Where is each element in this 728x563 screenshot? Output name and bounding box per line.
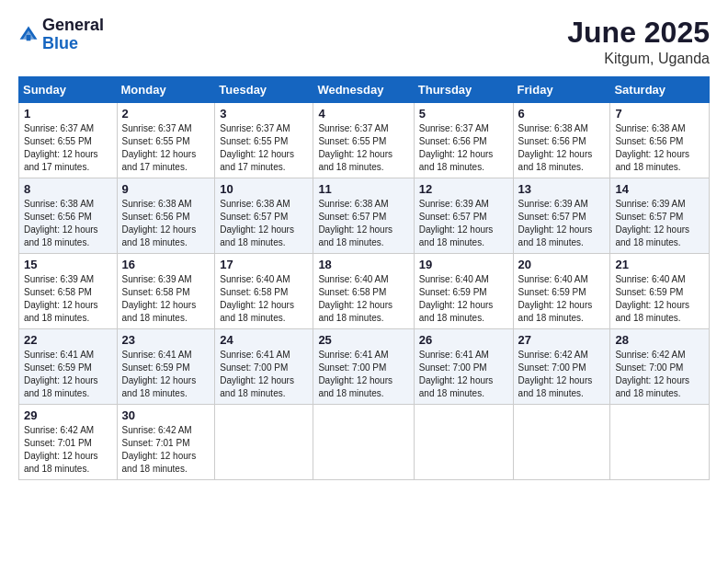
calendar-cell: 19 Sunrise: 6:40 AMSunset: 6:59 PMDaylig…	[414, 254, 513, 329]
week-row-5: 29 Sunrise: 6:42 AMSunset: 7:01 PMDaylig…	[19, 405, 710, 480]
calendar-cell: 10 Sunrise: 6:38 AMSunset: 6:57 PMDaylig…	[215, 178, 313, 254]
day-number: 21	[615, 258, 704, 271]
day-info: Sunrise: 6:37 AMSunset: 6:55 PMDaylight:…	[220, 123, 294, 172]
day-info: Sunrise: 6:40 AMSunset: 6:58 PMDaylight:…	[220, 274, 294, 323]
day-number: 8	[24, 182, 112, 196]
day-number: 25	[318, 333, 408, 347]
logo: General Blue	[18, 17, 104, 53]
week-row-1: 1 Sunrise: 6:37 AMSunset: 6:55 PMDayligh…	[19, 103, 710, 178]
day-number: 19	[419, 258, 508, 271]
calendar-cell: 2 Sunrise: 6:37 AMSunset: 6:55 PMDayligh…	[117, 103, 215, 178]
col-header-tuesday: Tuesday	[215, 77, 313, 103]
day-info: Sunrise: 6:40 AMSunset: 6:59 PMDaylight:…	[518, 274, 593, 323]
day-info: Sunrise: 6:38 AMSunset: 6:57 PMDaylight:…	[220, 199, 294, 247]
day-number: 27	[518, 333, 606, 347]
calendar-cell: 27 Sunrise: 6:42 AMSunset: 7:00 PMDaylig…	[513, 329, 610, 405]
day-number: 30	[122, 408, 210, 422]
day-info: Sunrise: 6:37 AMSunset: 6:55 PMDaylight:…	[318, 123, 392, 172]
day-info: Sunrise: 6:42 AMSunset: 7:01 PMDaylight:…	[122, 425, 197, 474]
calendar-cell: 1 Sunrise: 6:37 AMSunset: 6:55 PMDayligh…	[19, 103, 118, 178]
svg-rect-2	[27, 35, 31, 40]
day-number: 4	[318, 107, 408, 121]
day-info: Sunrise: 6:38 AMSunset: 6:56 PMDaylight:…	[518, 123, 593, 172]
day-info: Sunrise: 6:38 AMSunset: 6:57 PMDaylight:…	[318, 199, 392, 247]
day-info: Sunrise: 6:41 AMSunset: 7:00 PMDaylight:…	[220, 350, 294, 398]
day-number: 13	[518, 182, 606, 196]
day-info: Sunrise: 6:39 AMSunset: 6:58 PMDaylight:…	[24, 274, 98, 323]
day-number: 15	[24, 258, 112, 271]
day-info: Sunrise: 6:41 AMSunset: 6:59 PMDaylight:…	[24, 350, 98, 398]
day-number: 3	[220, 107, 308, 121]
calendar-cell: 21 Sunrise: 6:40 AMSunset: 6:59 PMDaylig…	[610, 254, 710, 329]
day-number: 14	[615, 182, 704, 196]
title-block: June 2025 Kitgum, Uganda	[567, 17, 710, 67]
calendar-cell: 13 Sunrise: 6:39 AMSunset: 6:57 PMDaylig…	[513, 178, 610, 254]
calendar-cell: 5 Sunrise: 6:37 AMSunset: 6:56 PMDayligh…	[414, 103, 513, 178]
day-number: 24	[220, 333, 308, 347]
calendar-cell: 14 Sunrise: 6:39 AMSunset: 6:57 PMDaylig…	[610, 178, 710, 254]
calendar-cell: 11 Sunrise: 6:38 AMSunset: 6:57 PMDaylig…	[313, 178, 414, 254]
calendar-cell	[610, 405, 710, 480]
calendar-cell: 12 Sunrise: 6:39 AMSunset: 6:57 PMDaylig…	[414, 178, 513, 254]
page: General Blue June 2025 Kitgum, Uganda Su…	[0, 0, 728, 563]
week-row-2: 8 Sunrise: 6:38 AMSunset: 6:56 PMDayligh…	[19, 178, 710, 254]
day-info: Sunrise: 6:41 AMSunset: 6:59 PMDaylight:…	[122, 350, 197, 398]
calendar-cell: 3 Sunrise: 6:37 AMSunset: 6:55 PMDayligh…	[215, 103, 313, 178]
day-number: 5	[419, 107, 508, 121]
calendar-header-row: SundayMondayTuesdayWednesdayThursdayFrid…	[19, 77, 710, 103]
calendar-cell: 30 Sunrise: 6:42 AMSunset: 7:01 PMDaylig…	[117, 405, 215, 480]
day-number: 12	[419, 182, 508, 196]
calendar-cell: 9 Sunrise: 6:38 AMSunset: 6:56 PMDayligh…	[117, 178, 215, 254]
day-info: Sunrise: 6:42 AMSunset: 7:00 PMDaylight:…	[615, 350, 689, 398]
day-number: 10	[220, 182, 308, 196]
logo-general: General	[42, 16, 104, 34]
day-number: 17	[220, 258, 308, 271]
calendar-cell: 22 Sunrise: 6:41 AMSunset: 6:59 PMDaylig…	[19, 329, 118, 405]
header: General Blue June 2025 Kitgum, Uganda	[18, 17, 710, 67]
calendar-cell	[414, 405, 513, 480]
calendar: SundayMondayTuesdayWednesdayThursdayFrid…	[18, 76, 710, 480]
calendar-cell: 16 Sunrise: 6:39 AMSunset: 6:58 PMDaylig…	[117, 254, 215, 329]
location: Kitgum, Uganda	[567, 51, 710, 67]
day-number: 2	[122, 107, 210, 121]
day-info: Sunrise: 6:37 AMSunset: 6:55 PMDaylight:…	[24, 123, 98, 172]
day-info: Sunrise: 6:38 AMSunset: 6:56 PMDaylight:…	[122, 199, 197, 247]
day-number: 18	[318, 258, 408, 271]
day-info: Sunrise: 6:42 AMSunset: 7:00 PMDaylight:…	[518, 350, 593, 398]
day-info: Sunrise: 6:41 AMSunset: 7:00 PMDaylight:…	[419, 350, 494, 398]
col-header-thursday: Thursday	[414, 77, 513, 103]
day-number: 22	[24, 333, 112, 347]
day-info: Sunrise: 6:37 AMSunset: 6:55 PMDaylight:…	[122, 123, 197, 172]
day-number: 9	[122, 182, 210, 196]
day-number: 7	[615, 107, 704, 121]
calendar-cell: 18 Sunrise: 6:40 AMSunset: 6:58 PMDaylig…	[313, 254, 414, 329]
calendar-cell: 7 Sunrise: 6:38 AMSunset: 6:56 PMDayligh…	[610, 103, 710, 178]
day-info: Sunrise: 6:40 AMSunset: 6:58 PMDaylight:…	[318, 274, 392, 323]
calendar-cell: 8 Sunrise: 6:38 AMSunset: 6:56 PMDayligh…	[19, 178, 118, 254]
day-info: Sunrise: 6:38 AMSunset: 6:56 PMDaylight:…	[615, 123, 689, 172]
calendar-cell: 4 Sunrise: 6:37 AMSunset: 6:55 PMDayligh…	[313, 103, 414, 178]
day-info: Sunrise: 6:39 AMSunset: 6:58 PMDaylight:…	[122, 274, 197, 323]
day-number: 11	[318, 182, 408, 196]
day-info: Sunrise: 6:41 AMSunset: 7:00 PMDaylight:…	[318, 350, 392, 398]
day-info: Sunrise: 6:39 AMSunset: 6:57 PMDaylight:…	[419, 199, 494, 247]
calendar-cell	[313, 405, 414, 480]
logo-text: General Blue	[42, 17, 104, 53]
calendar-cell: 28 Sunrise: 6:42 AMSunset: 7:00 PMDaylig…	[610, 329, 710, 405]
day-info: Sunrise: 6:38 AMSunset: 6:56 PMDaylight:…	[24, 199, 98, 247]
col-header-saturday: Saturday	[610, 77, 710, 103]
calendar-cell: 20 Sunrise: 6:40 AMSunset: 6:59 PMDaylig…	[513, 254, 610, 329]
calendar-cell: 25 Sunrise: 6:41 AMSunset: 7:00 PMDaylig…	[313, 329, 414, 405]
month-year: June 2025	[567, 17, 710, 49]
logo-icon	[18, 25, 39, 45]
calendar-cell: 26 Sunrise: 6:41 AMSunset: 7:00 PMDaylig…	[414, 329, 513, 405]
day-info: Sunrise: 6:40 AMSunset: 6:59 PMDaylight:…	[615, 274, 689, 323]
calendar-cell: 23 Sunrise: 6:41 AMSunset: 6:59 PMDaylig…	[117, 329, 215, 405]
day-info: Sunrise: 6:40 AMSunset: 6:59 PMDaylight:…	[419, 274, 494, 323]
day-number: 23	[122, 333, 210, 347]
day-number: 1	[24, 107, 112, 121]
col-header-monday: Monday	[117, 77, 215, 103]
day-number: 6	[518, 107, 606, 121]
calendar-cell: 24 Sunrise: 6:41 AMSunset: 7:00 PMDaylig…	[215, 329, 313, 405]
logo-blue: Blue	[42, 34, 78, 52]
